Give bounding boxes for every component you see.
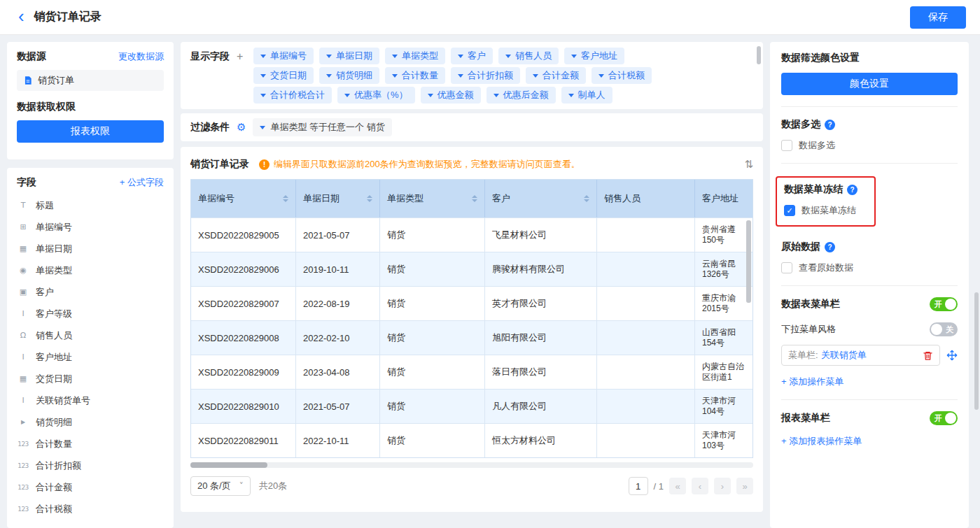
checkbox-checked[interactable]: ✓: [784, 205, 795, 216]
table-row[interactable]: XSDD20220829009 2023-04-08 销货 落日有限公司 内蒙古…: [191, 355, 752, 389]
display-field-chip[interactable]: 优惠金额: [421, 87, 481, 104]
display-field-chip[interactable]: 优惠率（%）: [337, 87, 415, 104]
field-item-total-tax[interactable]: 123合计税额: [17, 498, 164, 520]
table-row[interactable]: XSDD20220829005 2021-05-07 销货 飞星材料公司 贵州省…: [191, 217, 752, 252]
field-item-doc-type[interactable]: ◉单据类型: [17, 259, 164, 281]
display-field-chip[interactable]: 合计金额: [526, 67, 586, 84]
column-header-date[interactable]: 单据日期: [296, 180, 380, 217]
help-icon[interactable]: ?: [825, 242, 835, 252]
sort-order-icon[interactable]: ⇅: [744, 158, 753, 171]
display-field-chip[interactable]: 合计税额: [592, 67, 652, 84]
page-scrollbar[interactable]: [974, 292, 979, 410]
menu-item-field[interactable]: 菜单栏: 关联销货单: [781, 345, 940, 366]
table-row[interactable]: XSDD20220829006 2019-10-11 销货 腾骏材料有限公司 云…: [191, 252, 752, 286]
last-page-button[interactable]: »: [736, 478, 753, 494]
table-row[interactable]: XSDD20220829011 2022-10-11 销货 恒太方材料公司 天津…: [191, 423, 752, 457]
add-formula-field-link[interactable]: + 公式字段: [120, 176, 164, 189]
display-field-chip[interactable]: 销货明细: [319, 67, 379, 84]
cell-date: 2023-04-08: [296, 355, 380, 389]
text-icon: I: [17, 396, 29, 405]
numeric-icon: 123: [17, 462, 29, 469]
checkbox-unchecked[interactable]: [781, 140, 792, 151]
help-icon[interactable]: ?: [825, 120, 835, 130]
help-icon[interactable]: ?: [847, 185, 858, 195]
first-page-button[interactable]: «: [669, 478, 686, 494]
back-button[interactable]: ‹: [18, 8, 24, 24]
dropdown-style-toggle[interactable]: 关: [930, 322, 958, 336]
sort-icon: [584, 195, 589, 202]
change-datasource-link[interactable]: 更改数据源: [118, 50, 164, 63]
field-item-customer[interactable]: ▣客户: [17, 281, 164, 303]
scrollbar-thumb[interactable]: [190, 462, 267, 468]
table-row[interactable]: XSDD20220829007 2022-08-19 销货 英才有限公司 重庆市…: [191, 286, 752, 320]
field-item-doc-number[interactable]: ⊞单据编号: [17, 216, 164, 238]
field-item-customer-level[interactable]: I客户等级: [17, 303, 164, 324]
report-menu-bar-toggle[interactable]: 开: [930, 411, 958, 425]
table-row[interactable]: XSDD20220829008 2022-02-10 销货 旭阳有限公司 山西省…: [191, 320, 752, 355]
cell-date: 2022-10-11: [296, 424, 380, 457]
menu-freeze-checkbox-row[interactable]: ✓ 数据菜单冻结: [784, 204, 858, 217]
cell-salesperson: [597, 321, 695, 355]
display-field-chip[interactable]: 销售人员: [498, 48, 559, 64]
display-field-chip[interactable]: 单据编号: [253, 48, 314, 64]
field-item-total-discount[interactable]: 123合计折扣额: [17, 455, 164, 476]
checkbox-unchecked[interactable]: [781, 262, 792, 273]
chevron-down-icon: [260, 94, 266, 97]
menu-item-value[interactable]: 关联销货单: [821, 349, 867, 362]
field-item-total-qty[interactable]: 123合计数量: [17, 433, 164, 455]
display-field-chip[interactable]: 合计数量: [385, 67, 445, 84]
scrollbar[interactable]: [757, 46, 761, 64]
gear-icon[interactable]: ⚙: [237, 121, 246, 134]
color-settings-button[interactable]: 颜色设置: [781, 73, 958, 95]
field-item-total-amount[interactable]: 123合计金额: [17, 476, 164, 498]
page-size-select[interactable]: 20 条/页 ˅: [190, 476, 251, 496]
field-item-customer-address[interactable]: I客户地址: [17, 346, 164, 368]
cell-doc-no: XSDD20220829007: [191, 287, 296, 320]
horizontal-scrollbar[interactable]: [190, 462, 753, 468]
column-header-doc-no[interactable]: 单据编号: [191, 180, 296, 217]
filter-condition-chip[interactable]: 单据类型 等于任意一个 销货: [253, 118, 391, 136]
next-page-button[interactable]: ›: [714, 478, 731, 494]
field-item-salesperson[interactable]: Ω销售人员: [17, 324, 164, 346]
display-field-chip[interactable]: 合计折扣额: [451, 67, 520, 84]
datasource-item[interactable]: 销货订单: [17, 70, 164, 91]
column-header-customer[interactable]: 客户: [485, 180, 597, 217]
display-field-chip[interactable]: 客户: [451, 48, 493, 64]
prev-page-button[interactable]: ‹: [692, 478, 708, 494]
delete-icon[interactable]: [923, 350, 933, 361]
report-permission-button[interactable]: 报表权限: [17, 120, 164, 143]
display-field-chip[interactable]: 优惠后金额: [486, 87, 556, 104]
display-field-chip[interactable]: 合计价税合计: [253, 87, 332, 104]
display-fields-title: 显示字段: [190, 50, 230, 63]
cell-type: 销货: [380, 355, 485, 389]
multi-select-checkbox-row[interactable]: 数据多选: [781, 139, 958, 152]
field-item-delivery-date[interactable]: ▦交货日期: [17, 368, 164, 390]
divider: [781, 399, 958, 400]
display-field-chip[interactable]: 单据日期: [319, 48, 379, 64]
column-header-address[interactable]: 客户地址: [695, 180, 752, 217]
move-icon[interactable]: [946, 350, 958, 361]
scrollbar[interactable]: [746, 220, 751, 303]
table-row[interactable]: XSDD20220829010 2021-05-07 销货 凡人有限公司 天津市…: [191, 389, 752, 423]
column-header-salesperson[interactable]: 销售人员: [597, 180, 695, 217]
add-report-action-menu-link[interactable]: + 添加报表操作菜单: [781, 435, 862, 448]
divider: [781, 285, 958, 286]
add-action-menu-link[interactable]: + 添加操作菜单: [781, 376, 844, 388]
display-field-chip[interactable]: 客户地址: [564, 48, 624, 64]
file-icon: [23, 76, 33, 85]
field-item-related-order-no[interactable]: I关联销货单号: [17, 390, 164, 411]
field-item-doc-date[interactable]: ▦单据日期: [17, 238, 164, 259]
field-item-sales-detail[interactable]: ▶销货明细: [17, 411, 164, 433]
display-field-chip[interactable]: 制单人: [561, 87, 612, 104]
field-item-title[interactable]: T标题: [17, 194, 164, 216]
add-display-field-button[interactable]: +: [237, 50, 243, 63]
current-page-input[interactable]: 1: [629, 477, 648, 495]
table-menu-bar-toggle[interactable]: 开: [930, 297, 958, 311]
save-button[interactable]: 保存: [910, 6, 966, 29]
display-field-chip[interactable]: 单据类型: [385, 48, 445, 64]
column-header-type[interactable]: 单据类型: [380, 180, 485, 217]
raw-data-checkbox-row[interactable]: 查看原始数据: [781, 262, 958, 274]
table-panel: 销货订单记录 ! 编辑界面只取数据源前200条作为查询数据预览，完整数据请访问页…: [181, 147, 763, 512]
display-field-chip[interactable]: 交货日期: [253, 67, 314, 84]
cell-salesperson: [597, 355, 695, 389]
